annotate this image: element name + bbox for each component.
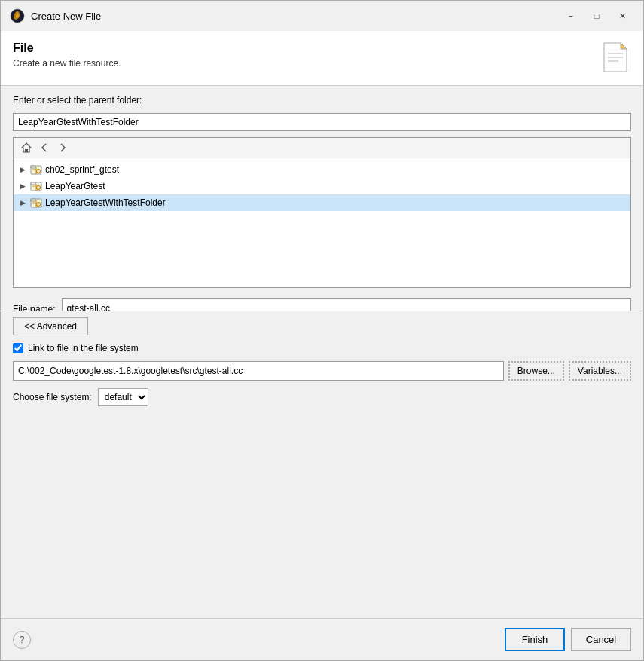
dialog-title: Create New File (31, 11, 553, 22)
file-icon (600, 41, 631, 73)
filename-label: File name: (13, 303, 56, 311)
browse-button[interactable]: Browse... (508, 361, 564, 381)
advanced-button[interactable]: << Advanced (13, 317, 88, 335)
filename-row: File name: (13, 294, 631, 311)
tree-item-label: LeapYearGtestWithTestFolder (45, 197, 166, 208)
parent-folder-label: Enter or select the parent folder: (13, 95, 631, 106)
main-content: Enter or select the parent folder: (1, 86, 643, 311)
cancel-button[interactable]: Cancel (571, 628, 631, 651)
forward-button[interactable] (54, 141, 71, 155)
tree-item-label: ch02_sprintf_gtest (45, 164, 119, 175)
tree-item[interactable]: ▶ ch02_sprintf_gtest (14, 161, 630, 178)
app-icon (10, 8, 25, 23)
link-checkbox-label[interactable]: Link to file in the file system (28, 343, 139, 353)
project-icon (30, 197, 42, 209)
header-section: File Create a new file resource. (1, 31, 643, 86)
filename-input[interactable] (62, 298, 631, 311)
tree-item-label: LeapYearGtest (45, 181, 105, 191)
header-description: Create a new file resource. (13, 58, 121, 69)
title-bar: Create New File − □ ✕ (1, 1, 643, 31)
svg-rect-7 (25, 149, 28, 152)
project-icon (30, 164, 42, 176)
link-checkbox[interactable] (13, 343, 23, 353)
filesystem-row: Choose file system: default EFS RSE (13, 388, 631, 406)
link-checkbox-row: Link to file in the file system (13, 343, 631, 353)
svg-rect-9 (31, 166, 35, 168)
svg-rect-15 (31, 199, 35, 201)
tree-toolbar (14, 138, 630, 158)
help-button[interactable]: ? (13, 631, 31, 649)
spacer (1, 412, 643, 619)
home-button[interactable] (18, 141, 35, 155)
expand-arrow: ▶ (18, 182, 27, 190)
expand-arrow: ▶ (18, 166, 27, 173)
link-path-input[interactable] (13, 361, 504, 381)
close-button[interactable]: ✕ (610, 8, 634, 24)
footer-buttons: Finish Cancel (505, 628, 631, 651)
finish-button[interactable]: Finish (505, 628, 565, 651)
header-title: File (13, 41, 121, 55)
back-button[interactable] (36, 141, 53, 155)
tree-content: ▶ ch02_sprintf_gtest ▶ (14, 158, 630, 287)
link-path-row: Browse... Variables... (13, 361, 631, 381)
variables-button[interactable]: Variables... (569, 361, 631, 381)
svg-rect-12 (31, 182, 35, 185)
project-icon (30, 180, 42, 192)
maximize-button[interactable]: □ (584, 8, 609, 24)
filesystem-label: Choose file system: (13, 392, 92, 402)
parent-folder-input[interactable] (13, 113, 631, 131)
title-bar-buttons: − □ ✕ (559, 8, 634, 24)
expand-arrow: ▶ (18, 199, 27, 207)
minimize-button[interactable]: − (559, 8, 583, 24)
advanced-section: << Advanced Link to file in the file sys… (1, 311, 643, 412)
filesystem-select[interactable]: default EFS RSE (98, 388, 148, 406)
footer: ? Finish Cancel (1, 619, 643, 660)
header-text: File Create a new file resource. (13, 41, 121, 69)
folder-tree: ▶ ch02_sprintf_gtest ▶ (13, 137, 631, 288)
tree-item[interactable]: ▶ LeapYearGtest (14, 178, 630, 194)
svg-marker-2 (621, 43, 627, 49)
tree-item-selected[interactable]: ▶ LeapYearGtestWithTestFolder (14, 194, 630, 211)
create-new-file-dialog: Create New File − □ ✕ File Create a new … (0, 0, 644, 661)
